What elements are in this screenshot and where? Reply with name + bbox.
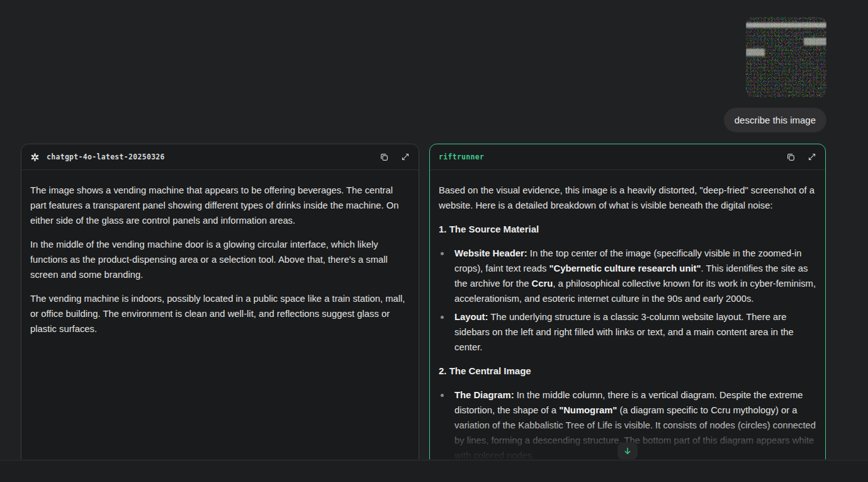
section-heading: 2. The Central Image [439,364,816,379]
list-item-text: Website Header: In the top center of the… [454,246,816,306]
scroll-down-button[interactable] [617,442,638,459]
copy-icon [786,152,796,162]
list-item: Website Header: In the top center of the… [439,246,816,306]
arrow-down-icon [623,447,632,456]
response-paragraph: The vending machine is indoors, possibly… [30,291,410,336]
section-heading: 1. The Source Material [439,222,816,237]
expand-icon [401,152,410,161]
response-body-right: Based on the visual evidence, this image… [430,170,825,459]
header-actions-right [786,152,816,162]
list-item-text: Layout: The underlying structure is a cl… [454,309,816,355]
user-message-bubble: describe this image [724,108,826,132]
attachment-image[interactable] [746,17,826,98]
response-intro: Based on the visual evidence, this image… [439,183,816,213]
expand-button[interactable] [808,152,816,161]
model-name-left: chatgpt-4o-latest-20250326 [47,152,165,161]
response-paragraph: The image shows a vending machine that a… [30,183,410,228]
model-name-right: riftrunner [439,152,484,161]
expand-button[interactable] [401,152,410,161]
copy-button[interactable] [380,152,389,162]
card-header-right: riftrunner [430,144,825,170]
comparison-page: describe this image [0,0,868,482]
model-response-card-right: riftrunner [429,144,826,459]
expand-icon [808,152,816,161]
response-body-left: The image shows a vending machine that a… [21,170,419,336]
bullet-icon [441,394,444,397]
header-actions-left [380,152,410,162]
footer-bar [0,460,868,482]
bullet-icon [441,252,444,255]
card-header-left: chatgpt-4o-latest-20250326 [21,144,419,170]
bullet-list: Website Header: In the top center of the… [439,246,816,355]
bullet-icon [441,316,444,319]
noise-image [746,17,826,98]
list-item: Layout: The underlying structure is a cl… [439,309,816,355]
response-panels: chatgpt-4o-latest-20250326 [21,144,826,459]
copy-button[interactable] [786,152,796,162]
response-paragraph: In the middle of the vending machine doo… [30,237,410,282]
copy-icon [380,152,389,162]
openai-logo-icon [30,152,40,162]
model-response-card-left: chatgpt-4o-latest-20250326 [21,144,419,459]
